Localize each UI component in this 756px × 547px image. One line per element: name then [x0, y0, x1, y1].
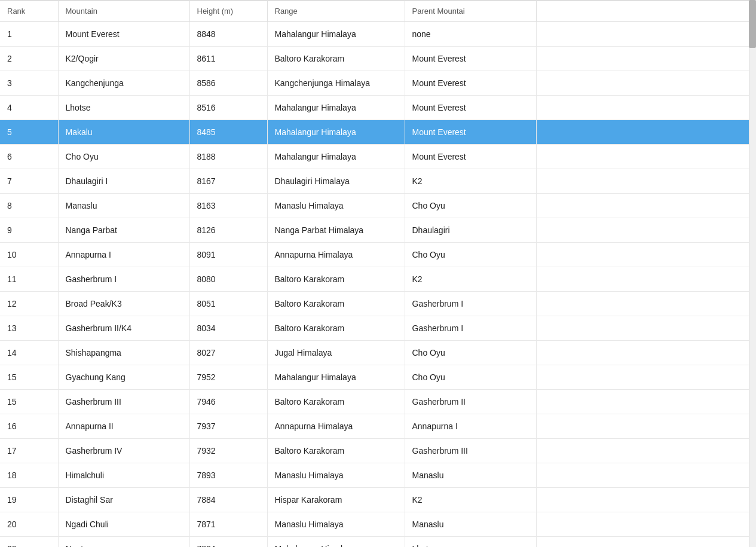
- table-row[interactable]: 11Gasherbrum I8080Baltoro KarakoramK2: [0, 267, 756, 292]
- col-header-height[interactable]: Height (m): [189, 1, 267, 22]
- table-row[interactable]: 20Nuptse7864Mahalangur HimalayaLhotse: [0, 537, 756, 548]
- cell-extra: [536, 267, 756, 292]
- cell-height: 8485: [189, 120, 267, 145]
- col-header-rank[interactable]: Rank: [0, 1, 58, 22]
- table-row[interactable]: 8Manaslu8163Manaslu HimalayaCho Oyu: [0, 194, 756, 218]
- cell-height: 7932: [189, 439, 267, 463]
- cell-height: 7937: [189, 414, 267, 439]
- table-row[interactable]: 15Gyachung Kang7952Mahalangur HimalayaCh…: [0, 365, 756, 390]
- cell-range: Mahalangur Himalaya: [267, 22, 405, 47]
- cell-rank: 19: [0, 488, 58, 512]
- cell-range: Dhaulagiri Himalaya: [267, 169, 405, 194]
- cell-mountain: Gasherbrum IV: [58, 439, 189, 463]
- table-row[interactable]: 1Mount Everest8848Mahalangur Himalayanon…: [0, 22, 756, 47]
- cell-height: 8091: [189, 243, 267, 267]
- cell-range: Mahalangur Himalaya: [267, 96, 405, 120]
- table-row[interactable]: 4Lhotse8516Mahalangur HimalayaMount Ever…: [0, 96, 756, 120]
- cell-range: Baltoro Karakoram: [267, 390, 405, 414]
- table-row[interactable]: 7Dhaulagiri I8167Dhaulagiri HimalayaK2: [0, 169, 756, 194]
- cell-extra: [536, 316, 756, 341]
- cell-rank: 7: [0, 169, 58, 194]
- cell-rank: 4: [0, 96, 58, 120]
- table-row[interactable]: 14Shishapangma8027Jugal HimalayaCho Oyu: [0, 341, 756, 365]
- table-row[interactable]: 18Himalchuli7893Manaslu HimalayaManaslu: [0, 463, 756, 488]
- cell-parent: Mount Everest: [405, 96, 536, 120]
- cell-extra: [536, 512, 756, 537]
- cell-parent: Annapurna I: [405, 414, 536, 439]
- cell-rank: 5: [0, 120, 58, 145]
- cell-extra: [536, 243, 756, 267]
- cell-rank: 12: [0, 292, 58, 316]
- cell-mountain: Annapurna I: [58, 243, 189, 267]
- cell-parent: Manaslu: [405, 512, 536, 537]
- table-row[interactable]: 20Ngadi Chuli7871Manaslu HimalayaManaslu: [0, 512, 756, 537]
- cell-extra: [536, 292, 756, 316]
- cell-parent: Dhaulagiri: [405, 218, 536, 243]
- cell-mountain: Kangchenjunga: [58, 71, 189, 96]
- cell-mountain: Gasherbrum III: [58, 390, 189, 414]
- cell-height: 7871: [189, 512, 267, 537]
- cell-height: 8167: [189, 169, 267, 194]
- cell-extra: [536, 47, 756, 71]
- table-row[interactable]: 16Annapurna II7937Annapurna HimalayaAnna…: [0, 414, 756, 439]
- cell-mountain: Nanga Parbat: [58, 218, 189, 243]
- cell-parent: Cho Oyu: [405, 243, 536, 267]
- cell-mountain: Distaghil Sar: [58, 488, 189, 512]
- cell-parent: none: [405, 22, 536, 47]
- col-header-parent[interactable]: Parent Mountai: [405, 1, 536, 22]
- cell-parent: Gasherbrum I: [405, 292, 536, 316]
- cell-extra: [536, 194, 756, 218]
- table-row[interactable]: 13Gasherbrum II/K48034Baltoro KarakoramG…: [0, 316, 756, 341]
- cell-height: 7884: [189, 488, 267, 512]
- table-row[interactable]: 9Nanga Parbat8126Nanga Parbat HimalayaDh…: [0, 218, 756, 243]
- table-row[interactable]: 5Makalu8485Mahalangur HimalayaMount Ever…: [0, 120, 756, 145]
- cell-parent: Mount Everest: [405, 47, 536, 71]
- table-row[interactable]: 12Broad Peak/K38051Baltoro KarakoramGash…: [0, 292, 756, 316]
- cell-parent: Cho Oyu: [405, 194, 536, 218]
- cell-parent: Mount Everest: [405, 145, 536, 169]
- cell-parent: K2: [405, 488, 536, 512]
- col-header-extra: [536, 1, 756, 22]
- cell-mountain: Gyachung Kang: [58, 365, 189, 390]
- cell-extra: [536, 145, 756, 169]
- table-header-row: Rank Mountain Height (m) Range Parent Mo…: [0, 1, 756, 22]
- cell-extra: [536, 120, 756, 145]
- cell-extra: [536, 390, 756, 414]
- scrollbar-track[interactable]: [749, 0, 756, 547]
- cell-height: 8516: [189, 96, 267, 120]
- cell-height: 8163: [189, 194, 267, 218]
- cell-range: Mahalangur Himalaya: [267, 120, 405, 145]
- col-header-range[interactable]: Range: [267, 1, 405, 22]
- cell-range: Mahalangur Himalaya: [267, 145, 405, 169]
- cell-rank: 20: [0, 537, 58, 548]
- cell-height: 8848: [189, 22, 267, 47]
- table-row[interactable]: 6Cho Oyu8188Mahalangur HimalayaMount Eve…: [0, 145, 756, 169]
- cell-rank: 15: [0, 390, 58, 414]
- cell-rank: 1: [0, 22, 58, 47]
- cell-extra: [536, 341, 756, 365]
- cell-rank: 15: [0, 365, 58, 390]
- cell-height: 8126: [189, 218, 267, 243]
- cell-parent: Gasherbrum II: [405, 390, 536, 414]
- table-row[interactable]: 19Distaghil Sar7884Hispar KarakoramK2: [0, 488, 756, 512]
- cell-range: Mahalangur Himalaya: [267, 537, 405, 548]
- table-row[interactable]: 3Kangchenjunga8586Kangchenjunga Himalaya…: [0, 71, 756, 96]
- cell-range: Annapurna Himalaya: [267, 414, 405, 439]
- cell-height: 7952: [189, 365, 267, 390]
- table-row[interactable]: 15Gasherbrum III7946Baltoro KarakoramGas…: [0, 390, 756, 414]
- cell-extra: [536, 22, 756, 47]
- cell-height: 8188: [189, 145, 267, 169]
- table-row[interactable]: 17Gasherbrum IV7932Baltoro KarakoramGash…: [0, 439, 756, 463]
- cell-range: Nanga Parbat Himalaya: [267, 218, 405, 243]
- cell-range: Baltoro Karakoram: [267, 292, 405, 316]
- table-row[interactable]: 2K2/Qogir8611Baltoro KarakoramMount Ever…: [0, 47, 756, 71]
- cell-rank: 18: [0, 463, 58, 488]
- scrollbar-thumb[interactable]: [749, 0, 756, 48]
- cell-extra: [536, 414, 756, 439]
- cell-rank: 20: [0, 512, 58, 537]
- cell-rank: 13: [0, 316, 58, 341]
- table-row[interactable]: 10Annapurna I8091Annapurna HimalayaCho O…: [0, 243, 756, 267]
- cell-height: 8586: [189, 71, 267, 96]
- cell-mountain: Gasherbrum II/K4: [58, 316, 189, 341]
- col-header-mountain[interactable]: Mountain: [58, 1, 189, 22]
